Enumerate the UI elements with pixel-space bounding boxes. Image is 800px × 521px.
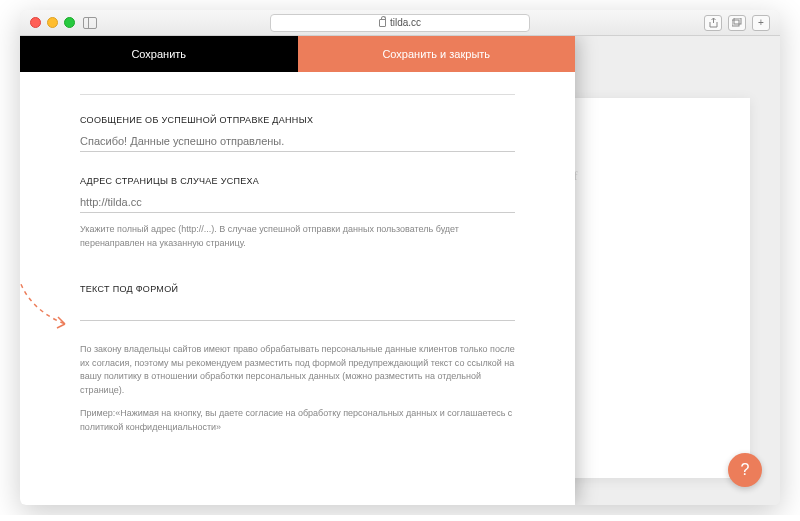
browser-window: tilda.cc + Book a room …………………………………tity… xyxy=(20,10,780,505)
field-example: Пример:«Нажимая на кнопку, вы даете согл… xyxy=(80,407,515,434)
field-hint: Укажите полный адрес (http://...). В слу… xyxy=(80,223,515,250)
settings-panel: Сохранить Сохранить и закрыть СООБЩЕНИЕ … xyxy=(20,36,575,505)
help-button[interactable]: ? xyxy=(728,453,762,487)
save-button[interactable]: Сохранить xyxy=(20,36,298,72)
minimize-window-button[interactable] xyxy=(47,17,58,28)
field-label: ТЕКСТ ПОД ФОРМОЙ xyxy=(80,284,515,294)
save-close-button[interactable]: Сохранить и закрыть xyxy=(298,36,576,72)
svg-rect-0 xyxy=(732,20,739,26)
success-message-input[interactable] xyxy=(80,131,515,152)
window-controls xyxy=(30,17,75,28)
field-label: СООБЩЕНИЕ ОБ УСПЕШНОЙ ОТПРАВКЕ ДАННЫХ xyxy=(80,115,515,125)
titlebar: tilda.cc + xyxy=(20,10,780,36)
tabs-button[interactable] xyxy=(728,15,746,31)
lock-icon xyxy=(379,19,386,27)
svg-rect-1 xyxy=(734,18,741,24)
panel-body: СООБЩЕНИЕ ОБ УСПЕШНОЙ ОТПРАВКЕ ДАННЫХ АД… xyxy=(20,72,575,505)
success-url-input[interactable] xyxy=(80,192,515,213)
share-button[interactable] xyxy=(704,15,722,31)
content-area: Book a room …………………………………tity of Сохрани… xyxy=(20,36,780,505)
success-message-field: СООБЩЕНИЕ ОБ УСПЕШНОЙ ОТПРАВКЕ ДАННЫХ xyxy=(80,115,515,152)
sidebar-toggle-icon[interactable] xyxy=(83,17,97,29)
field-label: АДРЕС СТРАНИЦЫ В СЛУЧАЕ УСПЕХА xyxy=(80,176,515,186)
url-text: tilda.cc xyxy=(390,17,421,28)
field-hint: По закону владельцы сайтов имеют право о… xyxy=(80,343,515,397)
under-form-text-field: ТЕКСТ ПОД ФОРМОЙ По закону владельцы сай… xyxy=(80,284,515,434)
new-tab-button[interactable]: + xyxy=(752,15,770,31)
success-url-field: АДРЕС СТРАНИЦЫ В СЛУЧАЕ УСПЕХА Укажите п… xyxy=(80,176,515,250)
panel-tabs: Сохранить Сохранить и закрыть xyxy=(20,36,575,72)
under-form-input[interactable] xyxy=(80,300,515,321)
maximize-window-button[interactable] xyxy=(64,17,75,28)
address-bar[interactable]: tilda.cc xyxy=(270,14,530,32)
divider xyxy=(80,94,515,95)
close-window-button[interactable] xyxy=(30,17,41,28)
